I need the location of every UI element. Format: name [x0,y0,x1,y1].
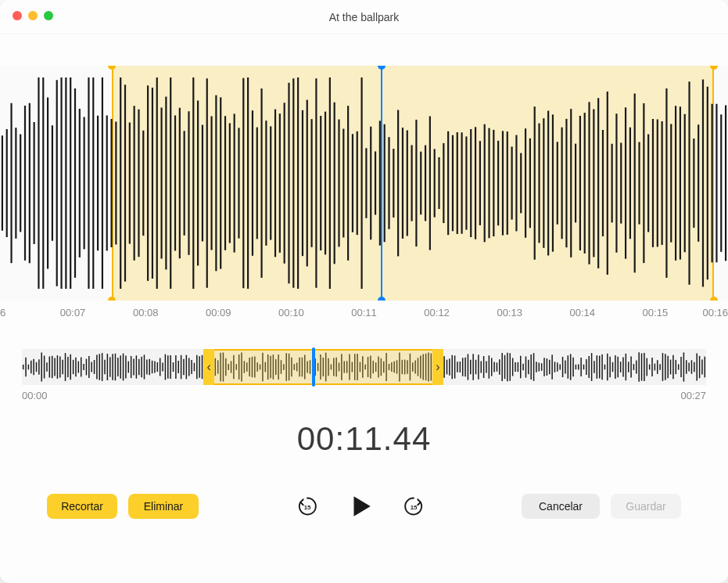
waveform-overview[interactable]: ‹ › [22,349,706,385]
time-ruler: 600:0700:0800:0900:1000:1100:1200:1300:1… [0,304,728,326]
play-icon [347,493,374,520]
ruler-tick: 00:12 [424,307,450,318]
cancel-button[interactable]: Cancelar [522,494,600,519]
skip-back-15-icon: 15 [296,495,318,517]
window-controls [13,11,53,20]
ruler-tick: 00:15 [643,307,669,318]
ruler-tick: 00:09 [206,307,231,318]
waveform-main[interactable] [0,66,728,300]
play-button[interactable] [346,492,375,520]
transport-controls: 15 15 [293,492,428,520]
skip-forward-button[interactable]: 15 [400,492,428,520]
titlebar: At the ballpark [0,0,728,34]
overview-handle-right[interactable]: › [432,349,443,385]
minimize-icon[interactable] [28,11,38,20]
app-window: At the ballpark 600:0700:0800:0900:1000:… [0,0,728,583]
ruler-tick: 00:10 [278,307,304,318]
ruler-tick: 00:07 [60,307,86,318]
ruler-tick: 00:08 [133,307,159,318]
skip-back-button[interactable]: 15 [293,492,321,520]
svg-text:15: 15 [303,504,310,511]
toolbar: Recortar Eliminar 15 15 [0,492,728,520]
playhead[interactable] [381,66,382,300]
ruler-tick: 00:14 [570,307,596,318]
waveform-graphic [0,66,728,300]
save-button: Guardar [611,494,681,519]
overview-playhead[interactable] [312,347,315,387]
overview-handle-left[interactable]: ‹ [203,349,214,385]
trim-button[interactable]: Recortar [47,494,117,519]
ruler-tick: 00:11 [351,307,377,318]
timecode-display: 00:11.44 [0,420,728,458]
window-title: At the ballpark [0,11,728,23]
skip-forward-15-icon: 15 [403,495,425,517]
overview-selection[interactable] [214,349,432,385]
svg-marker-421 [353,496,370,516]
ruler-tick: 00:13 [497,307,522,318]
ruler-tick: 00:16 [702,307,728,318]
svg-text:15: 15 [410,504,417,511]
close-icon[interactable] [13,11,22,20]
delete-button[interactable]: Eliminar [128,494,199,519]
overview-end-label: 00:27 [680,390,706,401]
zoom-icon[interactable] [44,11,53,20]
ruler-tick: 6 [0,307,5,318]
overview-start-label: 00:00 [22,390,48,401]
